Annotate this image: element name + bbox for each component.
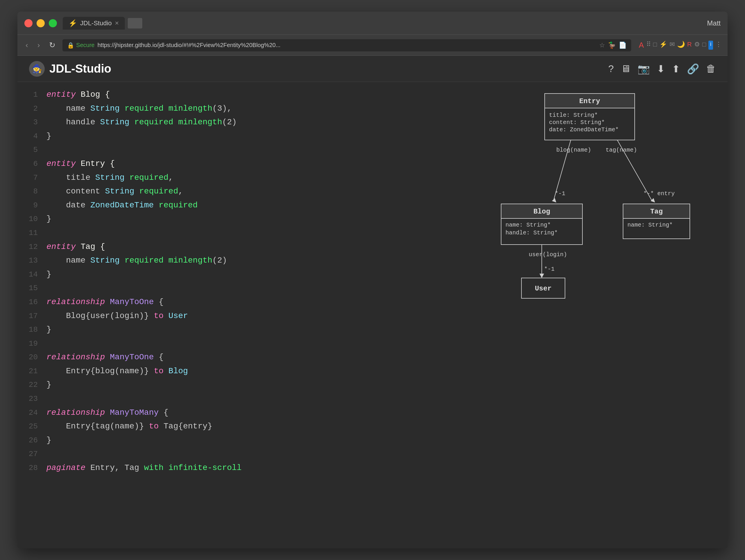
code-line-8: 8 content String required, xyxy=(18,184,466,198)
tab-close-button[interactable]: ✕ xyxy=(115,20,119,26)
code-content xyxy=(46,226,52,240)
code-content: Blog{user(login)} to User xyxy=(46,309,188,323)
ext-icon-2[interactable]: ⠿ xyxy=(646,41,651,50)
code-line-20: 20 relationship ManyToOne { xyxy=(18,350,466,364)
close-button[interactable] xyxy=(24,19,33,27)
ext-icon-7[interactable]: R xyxy=(687,41,692,50)
logo-emoji: 🧙 xyxy=(32,64,42,73)
entry-field-3: date: ZonedDateTime* xyxy=(549,126,619,133)
code-content xyxy=(46,392,52,406)
code-line-5: 5 xyxy=(18,143,466,157)
line-number: 16 xyxy=(20,296,38,308)
line-number: 6 xyxy=(20,157,38,170)
diagram-svg: Entry title: String* content: String* da… xyxy=(472,88,710,314)
monitor-icon[interactable]: 🖥 xyxy=(621,63,630,75)
tab-area: ⚡ JDL-Studio ✕ xyxy=(63,17,707,30)
code-line-23: 23 xyxy=(18,392,466,406)
code-editor[interactable]: 1 entity Blog { 2 name String required m… xyxy=(18,82,466,549)
label-blog-name: blog(name) xyxy=(556,147,591,153)
ext-icon-11[interactable]: ⋮ xyxy=(715,41,722,50)
entry-field-2: content: String* xyxy=(549,119,605,126)
line-number: 19 xyxy=(20,337,38,350)
new-tab-button[interactable] xyxy=(128,18,142,28)
ext-icon-1[interactable]: A xyxy=(639,41,644,50)
ext-icon-8[interactable]: ⚙ xyxy=(694,41,700,50)
line-number: 9 xyxy=(20,199,38,212)
browser-window: ⚡ JDL-Studio ✕ Matt ‹ › ↻ 🔒 Secure https… xyxy=(18,11,727,549)
code-content: } xyxy=(46,378,52,392)
line-number: 7 xyxy=(20,172,38,184)
reader-icon[interactable]: 📄 xyxy=(619,41,626,49)
code-line-11: 11 xyxy=(18,226,466,240)
code-line-6: 6 entity Entry { xyxy=(18,157,466,171)
ext-icon-4[interactable]: ⚡ xyxy=(659,41,667,50)
code-line-21: 21 Entry{blog(name)} to Blog xyxy=(18,364,466,378)
line-number: 27 xyxy=(20,447,38,460)
code-line-9: 9 date ZonedDateTime required xyxy=(18,198,466,212)
upload-icon[interactable]: ⬆ xyxy=(672,63,680,75)
code-content: paginate Entry, Tag with infinite-scroll xyxy=(46,461,241,475)
ext-icon-9[interactable]: □ xyxy=(702,41,706,50)
line-number: 10 xyxy=(20,213,38,225)
code-content: } xyxy=(46,212,52,226)
code-content xyxy=(46,447,52,461)
code-line-26: 26 } xyxy=(18,433,466,447)
line-number: 20 xyxy=(20,351,38,364)
duck-icon[interactable]: 🦆 xyxy=(608,41,616,49)
line-number: 26 xyxy=(20,434,38,447)
camera-icon[interactable]: 📷 xyxy=(638,63,650,75)
secure-label-text: Secure xyxy=(76,42,94,49)
secure-icon: 🔒 Secure xyxy=(67,42,94,49)
url-text: https://jhipster.github.io/jdl-studio/#!… xyxy=(98,42,281,49)
back-button[interactable]: ‹ xyxy=(23,39,31,51)
code-line-28: 28 paginate Entry, Tag with infinite-scr… xyxy=(18,461,466,475)
address-field[interactable]: 🔒 Secure https://jhipster.github.io/jdl-… xyxy=(62,39,631,52)
code-line-18: 18 } xyxy=(18,323,466,337)
browser-tab[interactable]: ⚡ JDL-Studio ✕ xyxy=(63,17,125,30)
bookmark-icon[interactable]: ☆ xyxy=(599,41,605,49)
code-line-3: 3 handle String required minlength(2) xyxy=(18,115,466,129)
code-line-2: 2 name String required minlength(3), xyxy=(18,102,466,116)
tag-title: Tag xyxy=(650,208,662,216)
minimize-button[interactable] xyxy=(37,19,45,27)
line-number: 14 xyxy=(20,268,38,281)
addressbar: ‹ › ↻ 🔒 Secure https://jhipster.github.i… xyxy=(18,35,727,56)
code-line-16: 16 relationship ManyToOne { xyxy=(18,295,466,309)
code-content: Entry{blog(name)} to Blog xyxy=(46,364,188,378)
traffic-lights xyxy=(24,19,57,27)
code-content: } xyxy=(46,323,52,337)
code-content: } xyxy=(46,433,52,447)
ext-icon-3[interactable]: □ xyxy=(653,41,657,50)
line-number: 5 xyxy=(20,144,38,156)
code-line-10: 10 } xyxy=(18,212,466,226)
line-number: 17 xyxy=(20,310,38,322)
line-number: 22 xyxy=(20,378,38,391)
code-line-15: 15 xyxy=(18,281,466,295)
forward-button[interactable]: › xyxy=(35,39,42,51)
trash-icon[interactable]: 🗑 xyxy=(706,63,716,75)
code-line-22: 22 } xyxy=(18,378,466,392)
line-number: 23 xyxy=(20,393,38,405)
entry-title: Entry xyxy=(579,97,600,105)
app-title: JDL-Studio xyxy=(50,62,111,75)
link-icon[interactable]: 🔗 xyxy=(687,63,699,75)
line-number: 11 xyxy=(20,226,38,239)
maximize-button[interactable] xyxy=(49,19,57,27)
code-content: relationship ManyToOne { xyxy=(46,295,163,309)
blog-field-1: name: String* xyxy=(506,222,551,228)
code-content xyxy=(46,337,52,350)
ext-icon-5[interactable]: ✉ xyxy=(670,41,675,50)
download-icon[interactable]: ⬇ xyxy=(657,63,665,75)
ext-icon-6[interactable]: 🌙 xyxy=(677,41,685,50)
app-header: 🧙 JDL-Studio ? 🖥 📷 ⬇ ⬆ 🔗 🗑 xyxy=(18,56,727,82)
line-number: 28 xyxy=(20,462,38,474)
refresh-button[interactable]: ↻ xyxy=(47,39,58,51)
code-line-24: 24 relationship ManyToMany { xyxy=(18,406,466,420)
ext-icon-10[interactable]: i xyxy=(708,41,713,50)
main-content: 1 entity Blog { 2 name String required m… xyxy=(18,82,727,549)
line-number: 2 xyxy=(20,102,38,115)
label-mult-entry-tag: *-* entry xyxy=(643,190,675,197)
code-line-27: 27 xyxy=(18,447,466,461)
line-number: 18 xyxy=(20,323,38,336)
help-icon[interactable]: ? xyxy=(608,63,614,75)
